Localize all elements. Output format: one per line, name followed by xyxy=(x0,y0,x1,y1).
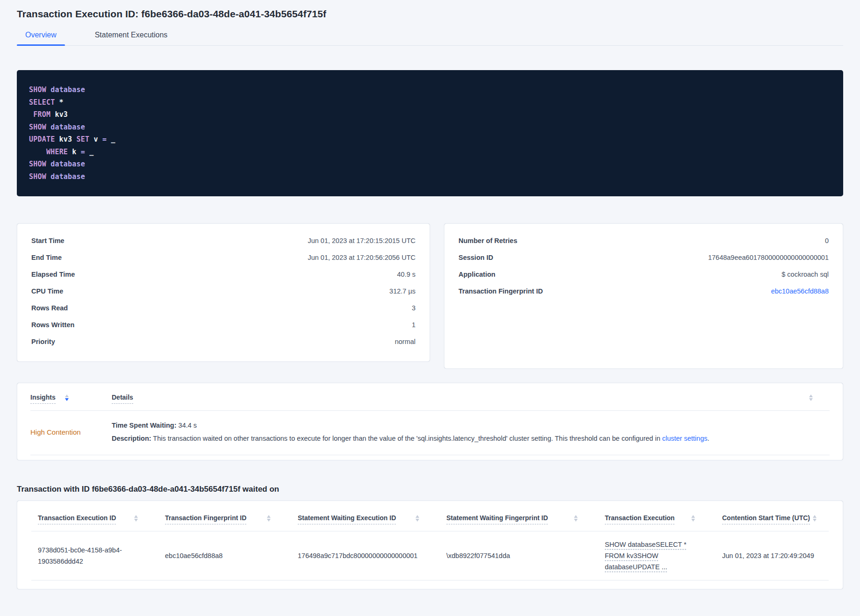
sort-icon[interactable] xyxy=(691,515,695,522)
insight-row: High Contention Time Spent Waiting: 34.4… xyxy=(30,411,830,455)
waited-on-table-card: Transaction Execution ID Transaction Fin… xyxy=(17,501,843,589)
details-header-label[interactable]: Details xyxy=(112,394,133,404)
column-header-label[interactable]: Transaction Fingerprint ID xyxy=(165,514,246,524)
kv-value: Jun 01, 2023 at 17:20:15:2015 UTC xyxy=(308,237,416,244)
cell-statement-waiting-execution-id: 176498a9c717bdc80000000000000001 xyxy=(291,550,440,561)
column-header-transaction-execution-id[interactable]: Transaction Execution ID xyxy=(31,514,158,524)
time-spent-waiting: Time Spent Waiting: 34.4 s xyxy=(112,420,830,430)
cell-transaction-fingerprint-id: ebc10ae56cfd88a8 xyxy=(158,550,291,561)
description-label: Description: xyxy=(112,435,151,442)
kv-row-session-id: Session ID 17648a9eea6017800000000000000… xyxy=(459,249,829,266)
kv-row-number-of-retries: Number of Retries 0 xyxy=(459,232,829,249)
tab-statement-executions[interactable]: Statement Executions xyxy=(95,31,168,45)
kv-row-rows-written: Rows Written 1 xyxy=(31,316,416,333)
insights-header-label[interactable]: Insights xyxy=(30,394,56,404)
sort-icon[interactable] xyxy=(416,515,419,522)
kv-value: $ cockroach sql xyxy=(781,271,829,278)
kv-value: normal xyxy=(395,338,416,345)
insights-card: Insights Details High Contention Time Sp… xyxy=(17,383,843,460)
insight-description: Description: This transaction waited on … xyxy=(112,433,830,444)
execution-summary-card: Start Time Jun 01, 2023 at 17:20:15:2015… xyxy=(17,223,430,362)
waited-on-heading: Transaction with ID f6be6366-da03-48de-a… xyxy=(17,485,843,494)
cell-transaction-execution-id: 9738d051-bc0e-4158-a9b4-1903586ddd42 xyxy=(31,544,158,567)
sort-icon[interactable] xyxy=(65,394,69,401)
insights-column-header[interactable]: Insights xyxy=(30,394,112,404)
kv-value: 17648a9eea6017800000000000000001 xyxy=(708,254,829,261)
kv-row-cpu-time: CPU Time 312.7 µs xyxy=(31,283,416,300)
waited-on-table-header: Transaction Execution ID Transaction Fin… xyxy=(31,501,829,531)
waiting-value: 34.4 s xyxy=(177,422,197,429)
kv-row-application: Application $ cockroach sql xyxy=(459,266,829,283)
summary-cards: Start Time Jun 01, 2023 at 17:20:15:2015… xyxy=(17,223,843,369)
insight-details: Time Spent Waiting: 34.4 s Description: … xyxy=(112,420,830,444)
kv-row-priority: Priority normal xyxy=(31,333,416,350)
session-summary-card: Number of Retries 0 Session ID 17648a9ee… xyxy=(444,223,843,369)
column-header-contention-start-time[interactable]: Contention Start Time (UTC) xyxy=(716,514,829,524)
cell-transaction-execution: SHOW databaseSELECT * FROM kv3SHOW datab… xyxy=(598,539,716,573)
kv-label: Application xyxy=(459,271,495,278)
description-suffix: . xyxy=(707,435,709,442)
table-row: 9738d051-bc0e-4158-a9b4-1903586ddd42 ebc… xyxy=(31,531,829,580)
insights-table-header: Insights Details xyxy=(30,383,830,411)
cluster-settings-link[interactable]: cluster settings xyxy=(662,435,708,442)
kv-label: Number of Retries xyxy=(459,237,517,244)
page-title: Transaction Execution ID: f6be6366-da03-… xyxy=(17,8,843,20)
kv-row-start-time: Start Time Jun 01, 2023 at 17:20:15:2015… xyxy=(31,232,416,249)
sort-icon[interactable] xyxy=(134,515,138,522)
sort-icon[interactable] xyxy=(574,515,578,522)
column-header-statement-waiting-fingerprint-id[interactable]: Statement Waiting Fingerprint ID xyxy=(440,514,598,524)
waiting-label: Time Spent Waiting: xyxy=(112,422,177,429)
kv-value: 3 xyxy=(412,304,416,312)
transaction-details-page: Transaction Execution ID: f6be6366-da03-… xyxy=(0,0,860,589)
tab-bar: Overview Statement Executions xyxy=(17,31,843,46)
cell-contention-start-time: Jun 01, 2023 at 17:20:49:2049 xyxy=(716,550,829,561)
kv-label: End Time xyxy=(31,254,62,261)
column-header-label[interactable]: Statement Waiting Fingerprint ID xyxy=(446,514,548,524)
kv-value: 0 xyxy=(825,237,829,244)
sql-code: SHOW databaseSELECT * FROM kv3SHOW datab… xyxy=(29,84,831,183)
column-header-label[interactable]: Transaction Execution xyxy=(605,514,674,524)
kv-row-rows-read: Rows Read 3 xyxy=(31,300,416,316)
kv-row-end-time: End Time Jun 01, 2023 at 17:20:56:2056 U… xyxy=(31,249,416,266)
sort-icon[interactable] xyxy=(267,515,271,522)
sql-statements-box: SHOW databaseSELECT * FROM kv3SHOW datab… xyxy=(17,70,843,196)
kv-label: CPU Time xyxy=(31,287,63,295)
insight-type-label: High Contention xyxy=(30,428,112,436)
column-header-label[interactable]: Transaction Execution ID xyxy=(38,514,116,524)
kv-value: 312.7 µs xyxy=(389,287,416,295)
column-header-transaction-fingerprint-id[interactable]: Transaction Fingerprint ID xyxy=(158,514,291,524)
sort-icon[interactable] xyxy=(813,515,817,522)
kv-label: Rows Written xyxy=(31,321,74,329)
kv-label: Priority xyxy=(31,338,55,345)
column-header-label[interactable]: Contention Start Time (UTC) xyxy=(722,514,810,524)
kv-label: Elapsed Time xyxy=(31,271,75,278)
sort-icon[interactable] xyxy=(809,394,813,401)
column-header-statement-waiting-execution-id[interactable]: Statement Waiting Execution ID xyxy=(291,514,440,524)
kv-value: 40.9 s xyxy=(397,271,416,278)
cell-statement-waiting-fingerprint-id: \xdb8922f077541dda xyxy=(440,550,598,561)
transaction-fingerprint-link[interactable]: ebc10ae56cfd88a8 xyxy=(771,287,829,295)
details-column-header[interactable]: Details xyxy=(112,394,830,404)
kv-value: Jun 01, 2023 at 17:20:56:2056 UTC xyxy=(308,254,416,261)
kv-row-elapsed-time: Elapsed Time 40.9 s xyxy=(31,266,416,283)
kv-label: Session ID xyxy=(459,254,493,261)
column-header-label[interactable]: Statement Waiting Execution ID xyxy=(298,514,396,524)
kv-label: Rows Read xyxy=(31,304,68,312)
tab-overview[interactable]: Overview xyxy=(25,31,57,45)
kv-label: Transaction Fingerprint ID xyxy=(459,287,543,295)
kv-row-transaction-fingerprint-id: Transaction Fingerprint ID ebc10ae56cfd8… xyxy=(459,283,829,300)
kv-value: 1 xyxy=(412,321,416,329)
kv-label: Start Time xyxy=(31,237,64,244)
column-header-transaction-execution[interactable]: Transaction Execution xyxy=(598,514,716,524)
description-text: This transaction waited on other transac… xyxy=(151,435,662,442)
